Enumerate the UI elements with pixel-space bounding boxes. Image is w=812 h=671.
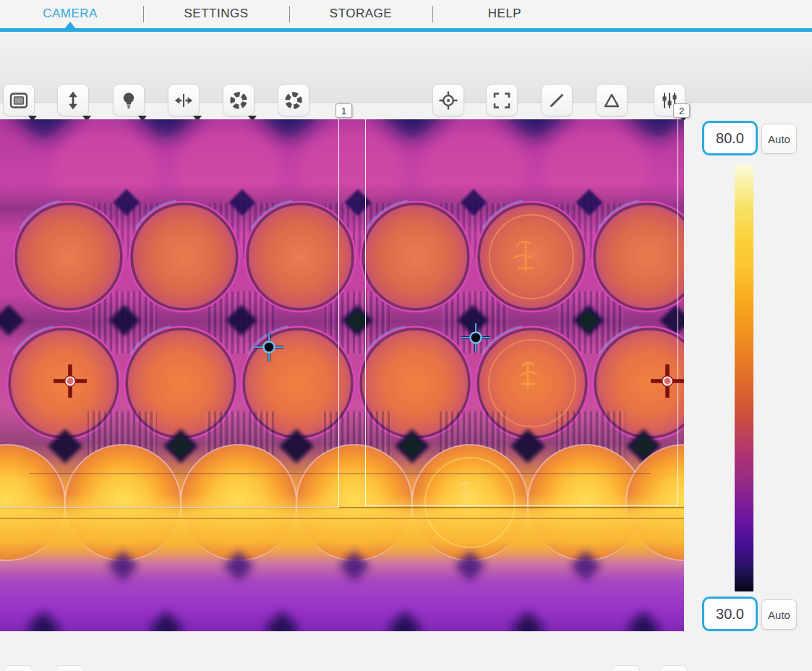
scale-min-input[interactable]: [702, 597, 758, 631]
cold-spot-marker-2[interactable]: [459, 321, 492, 354]
scale-max-auto-button[interactable]: Auto: [761, 124, 797, 154]
nav-separator: [143, 6, 144, 22]
shutter-calibrate-button[interactable]: [278, 84, 309, 116]
bulb-icon: [119, 90, 139, 111]
shutter-icon: [228, 90, 249, 111]
tab-camera[interactable]: CAMERA: [43, 7, 98, 21]
spot-meter-icon: [438, 90, 458, 111]
measure-region-1[interactable]: [0, 119, 339, 508]
bottom-toolbar-button[interactable]: [4, 665, 33, 671]
horizontal-split-arrows-icon: [174, 90, 194, 111]
hot-spot-marker-1[interactable]: [49, 360, 91, 402]
thermal-video-view[interactable]: 1 2: [0, 119, 684, 631]
bottom-toolbar-button[interactable]: [660, 665, 688, 671]
active-tab-caret: [64, 22, 76, 29]
vertical-arrows-button[interactable]: [57, 84, 89, 116]
tab-help[interactable]: HELP: [488, 7, 521, 21]
delta-meter-button[interactable]: [596, 84, 628, 116]
display-mode-icon: [9, 90, 29, 111]
tab-storage[interactable]: STORAGE: [330, 7, 392, 21]
cold-spot-marker-1[interactable]: [252, 330, 286, 364]
shutter-calibrate-icon: [283, 90, 304, 111]
bulb-button[interactable]: [113, 84, 145, 116]
delta-meter-icon: [602, 90, 622, 111]
tab-settings[interactable]: SETTINGS: [184, 7, 248, 21]
palette-colorbar: [735, 165, 753, 591]
region-2-label[interactable]: 2: [673, 103, 690, 118]
camera-toolbar: [0, 32, 812, 103]
area-meter-icon: [492, 90, 512, 111]
line-meter-icon: [547, 90, 567, 111]
area-meter-button[interactable]: [486, 84, 518, 116]
top-nav: CAMERA SETTINGS STORAGE HELP: [0, 0, 812, 32]
scale-min-auto-button[interactable]: Auto: [761, 599, 797, 630]
scale-max-input[interactable]: [702, 121, 758, 155]
bottom-toolbar-button[interactable]: [611, 665, 640, 671]
line-meter-button[interactable]: [541, 84, 573, 116]
thermal-camera-app: CAMERA SETTINGS STORAGE HELP: [0, 0, 812, 671]
horizontal-split-arrows-button[interactable]: [168, 84, 200, 116]
region-1-label[interactable]: 1: [336, 103, 352, 118]
spot-meter-button[interactable]: [432, 84, 464, 116]
nav-separator: [432, 6, 433, 22]
hot-spot-marker-2[interactable]: [646, 360, 688, 402]
shutter-button[interactable]: [223, 84, 255, 116]
nav-separator: [289, 6, 290, 22]
vertical-arrows-icon: [63, 90, 83, 111]
bottom-toolbar-button[interactable]: [56, 665, 85, 671]
display-mode-button[interactable]: [3, 84, 35, 116]
measure-region-2[interactable]: [365, 119, 678, 506]
